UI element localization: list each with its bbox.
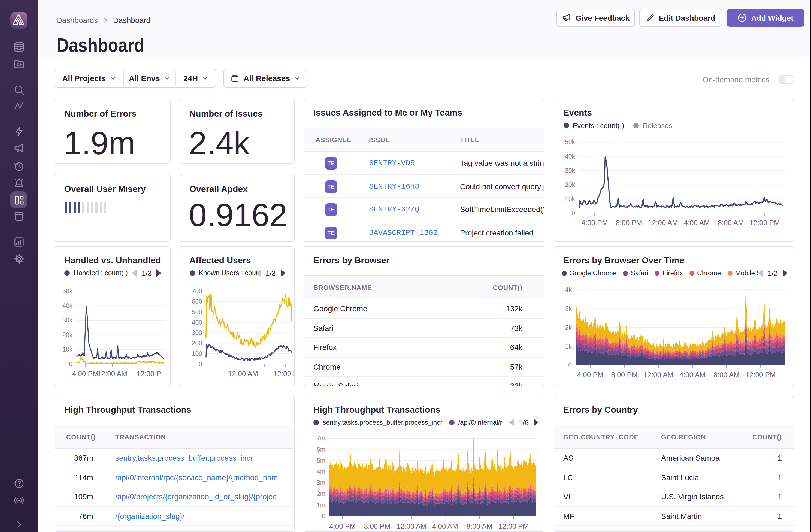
svg-text:400: 400 [192,319,202,326]
svg-text:12:00 P: 12:00 P [137,369,161,378]
svg-text:0: 0 [568,362,571,369]
svg-text:5m: 5m [317,457,325,464]
svg-text:4k: 4k [565,286,572,293]
svg-text:40k: 40k [62,302,73,309]
svg-text:4m: 4m [317,468,325,475]
svg-text:8:00 AM: 8:00 AM [466,522,492,530]
svg-text:0: 0 [69,361,73,368]
svg-text:12:00 AM: 12:00 AM [228,369,258,378]
svg-text:30k: 30k [62,317,73,324]
svg-text:20k: 20k [565,181,575,188]
svg-text:4:00 AM: 4:00 AM [432,522,458,530]
svg-text:600: 600 [192,298,202,305]
svg-text:20k: 20k [62,331,73,338]
svg-text:4:00 AM: 4:00 AM [679,371,705,379]
svg-text:300: 300 [192,329,202,336]
svg-text:50k: 50k [62,288,73,294]
svg-text:0: 0 [571,210,575,217]
svg-text:10k: 10k [565,195,575,202]
svg-text:3m: 3m [317,479,325,486]
svg-text:0: 0 [322,513,325,520]
svg-text:500: 500 [192,308,202,316]
svg-text:1m: 1m [317,501,325,508]
svg-text:2k: 2k [565,324,572,331]
svg-text:0: 0 [198,361,202,368]
svg-text:10k: 10k [62,346,73,353]
svg-text:8:00 AM: 8:00 AM [713,371,739,379]
svg-text:700: 700 [192,288,202,294]
svg-text:4:00 PM: 4:00 PM [581,218,608,227]
svg-text:12:00 AM: 12:00 AM [97,369,127,378]
svg-text:30k: 30k [565,167,575,174]
svg-text:100: 100 [192,350,202,357]
svg-text:4:00 PM: 4:00 PM [72,369,99,378]
svg-text:12:00 PM: 12:00 PM [745,371,775,379]
svg-text:12:00 PM: 12:00 PM [749,218,779,227]
svg-text:2m: 2m [317,490,325,497]
svg-text:4:00 PM: 4:00 PM [577,371,603,379]
svg-text:8:00 PM: 8:00 PM [611,371,638,379]
svg-text:8:00 AM: 8:00 AM [718,218,744,227]
svg-text:50k: 50k [565,138,575,146]
svg-text:12:00 AM: 12:00 AM [648,218,678,227]
svg-text:8:00 PM: 8:00 PM [616,218,642,227]
svg-text:200: 200 [192,339,202,347]
svg-text:12:00 AM: 12:00 AM [643,371,673,379]
svg-text:4:00 PM: 4:00 PM [329,522,356,530]
svg-text:8:00 PM: 8:00 PM [364,522,391,530]
svg-text:1k: 1k [565,343,572,350]
svg-text:12:00 AM: 12:00 AM [397,522,427,530]
svg-text:3k: 3k [565,305,572,312]
svg-text:12:00 P: 12:00 P [273,369,295,378]
svg-text:40k: 40k [565,153,575,160]
svg-text:12:00 PM: 12:00 PM [499,522,529,530]
svg-text:6m: 6m [317,446,325,453]
svg-text:7m: 7m [317,435,325,442]
svg-text:4:00 AM: 4:00 AM [684,218,709,227]
